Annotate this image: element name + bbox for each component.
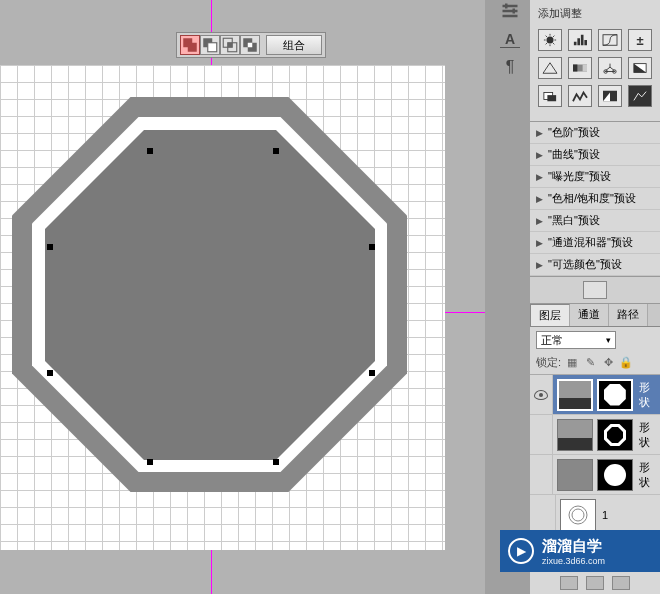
preset-selective-color[interactable]: ▶"可选颜色"预设 xyxy=(530,254,660,276)
path-add-button[interactable] xyxy=(180,35,200,55)
transform-handle[interactable] xyxy=(273,148,279,154)
canvas-area[interactable]: 组合 xyxy=(0,0,485,594)
adjustment-icon-grid: ± xyxy=(530,29,660,121)
preset-levels[interactable]: ▶"色阶"预设 xyxy=(530,122,660,144)
lock-transparency-icon[interactable]: ▦ xyxy=(565,356,579,370)
layer-panel-footer xyxy=(560,576,630,590)
layer-label: 形状 xyxy=(633,420,658,450)
layer-label: 1 xyxy=(596,509,608,521)
layer-mask-thumbnail[interactable] xyxy=(597,379,633,411)
svg-rect-18 xyxy=(581,35,584,46)
layer-label: 形状 xyxy=(633,380,658,410)
layer-row[interactable]: 形状 xyxy=(530,375,660,415)
layer-thumbnail[interactable] xyxy=(557,459,593,491)
layer-row[interactable]: 1 xyxy=(530,495,660,535)
transform-handle[interactable] xyxy=(47,370,53,376)
lock-all-icon[interactable]: 🔒 xyxy=(619,356,633,370)
combine-label: 组合 xyxy=(283,38,305,53)
expand-arrow-icon: ▶ xyxy=(536,128,546,138)
tab-paths[interactable]: 路径 xyxy=(609,304,648,326)
svg-rect-19 xyxy=(584,40,587,45)
preset-channel-mixer[interactable]: ▶"通道混和器"预设 xyxy=(530,232,660,254)
layer-mask-thumbnail[interactable] xyxy=(597,419,633,451)
preset-exposure[interactable]: ▶"曝光度"预设 xyxy=(530,166,660,188)
visibility-toggle[interactable] xyxy=(530,415,553,454)
blend-mode-select[interactable]: 正常 ▾ xyxy=(536,331,616,349)
preset-curves[interactable]: ▶"曲线"预设 xyxy=(530,144,660,166)
path-exclude-button[interactable] xyxy=(240,35,260,55)
black-white-icon[interactable] xyxy=(628,57,652,79)
posterize-icon[interactable] xyxy=(598,85,622,107)
layer-label: 形状 xyxy=(633,460,658,490)
panel-tabs: 图层 通道 路径 xyxy=(530,304,660,327)
channel-mixer-icon[interactable] xyxy=(568,85,592,107)
preset-hue-saturation[interactable]: ▶"色相/饱和度"预设 xyxy=(530,188,660,210)
svg-rect-3 xyxy=(208,43,217,52)
adjustment-footer xyxy=(530,276,660,304)
svg-rect-14 xyxy=(513,9,516,14)
exposure-icon[interactable]: ± xyxy=(628,29,652,51)
brightness-contrast-icon[interactable] xyxy=(538,29,562,51)
preset-black-white[interactable]: ▶"黑白"预设 xyxy=(530,210,660,232)
svg-rect-13 xyxy=(505,4,508,9)
transform-handle[interactable] xyxy=(273,459,279,465)
link-layers-icon[interactable] xyxy=(560,576,578,590)
character-panel-icon[interactable]: A xyxy=(500,30,520,48)
expand-arrow-icon: ▶ xyxy=(536,194,546,204)
color-balance-icon[interactable] xyxy=(598,57,622,79)
svg-rect-9 xyxy=(248,43,253,48)
layer-thumbnail[interactable] xyxy=(560,499,596,531)
visibility-toggle[interactable] xyxy=(530,495,556,534)
visibility-toggle[interactable] xyxy=(530,455,553,494)
svg-rect-10 xyxy=(503,5,518,8)
tab-channels[interactable]: 通道 xyxy=(570,304,609,326)
svg-rect-16 xyxy=(574,42,577,46)
layer-mask-thumbnail[interactable] xyxy=(597,459,633,491)
add-mask-icon[interactable] xyxy=(612,576,630,590)
path-subtract-button[interactable] xyxy=(200,35,220,55)
layer-row[interactable]: 形状 xyxy=(530,455,660,495)
threshold-icon[interactable] xyxy=(628,85,652,107)
layer-effects-icon[interactable] xyxy=(586,576,604,590)
visibility-toggle[interactable] xyxy=(530,375,553,414)
svg-rect-1 xyxy=(188,43,197,52)
paragraph-panel-icon[interactable]: ¶ xyxy=(500,58,520,76)
expand-arrow-icon: ▶ xyxy=(536,216,546,226)
curves-icon[interactable] xyxy=(598,29,622,51)
photo-filter-icon[interactable] xyxy=(538,85,562,107)
combine-button[interactable]: 组合 xyxy=(266,35,322,55)
svg-rect-12 xyxy=(503,15,518,18)
clip-to-layer-icon[interactable] xyxy=(583,281,607,299)
svg-rect-28 xyxy=(547,95,556,101)
hue-sat-icon[interactable] xyxy=(568,57,592,79)
lock-row: 锁定: ▦ ✎ ✥ 🔒 xyxy=(530,353,660,375)
expand-arrow-icon: ▶ xyxy=(536,238,546,248)
watermark: ▶ 溜溜自学 zixue.3d66.com xyxy=(500,530,660,572)
adjustment-panel-icon[interactable] xyxy=(500,2,520,20)
expand-arrow-icon: ▶ xyxy=(536,172,546,182)
layer-thumbnail[interactable] xyxy=(557,419,593,451)
tab-layers[interactable]: 图层 xyxy=(530,304,570,326)
layer-row[interactable]: 形状 xyxy=(530,415,660,455)
layer-thumbnail[interactable] xyxy=(557,379,593,411)
levels-icon[interactable] xyxy=(568,29,592,51)
adjustments-title: 添加调整 xyxy=(530,0,660,29)
watermark-brand: 溜溜自学 xyxy=(542,537,605,556)
transform-handle[interactable] xyxy=(369,370,375,376)
lock-label: 锁定: xyxy=(536,355,561,370)
transform-handle[interactable] xyxy=(47,244,53,250)
chevron-down-icon: ▾ xyxy=(606,335,611,345)
watermark-domain: zixue.3d66.com xyxy=(542,556,605,566)
transform-handle[interactable] xyxy=(147,459,153,465)
expand-arrow-icon: ▶ xyxy=(536,150,546,160)
lock-pixels-icon[interactable]: ✎ xyxy=(583,356,597,370)
transform-handle[interactable] xyxy=(369,244,375,250)
artboard[interactable] xyxy=(0,65,445,550)
lock-position-icon[interactable]: ✥ xyxy=(601,356,615,370)
transform-handle[interactable] xyxy=(147,148,153,154)
vibrance-icon[interactable] xyxy=(538,57,562,79)
shape-octagon-inner[interactable] xyxy=(45,130,375,460)
svg-point-15 xyxy=(547,37,554,44)
path-intersect-button[interactable] xyxy=(220,35,240,55)
blend-mode-row: 正常 ▾ xyxy=(530,327,660,353)
